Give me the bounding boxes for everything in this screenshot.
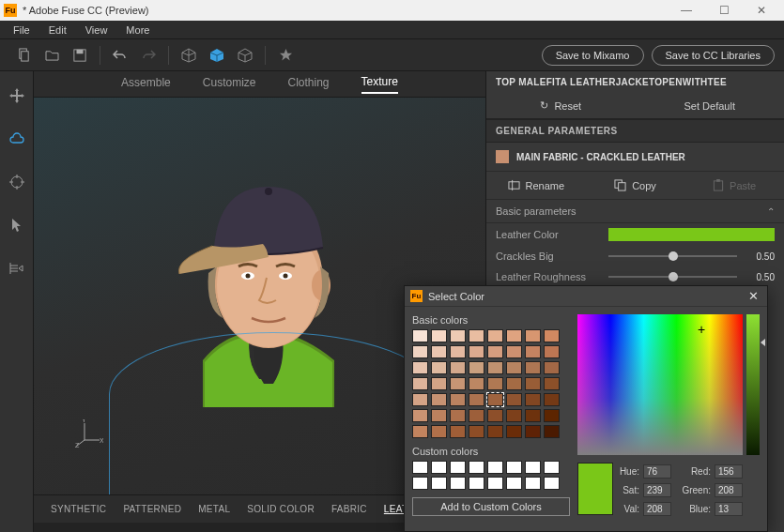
tab-texture[interactable]: Texture	[361, 75, 398, 94]
hue-sat-picker[interactable]: +	[577, 314, 743, 455]
btab-fabric[interactable]: FABRIC	[331, 504, 367, 514]
basic-swatch[interactable]	[469, 393, 484, 406]
open-icon[interactable]	[38, 41, 66, 69]
custom-swatch[interactable]	[431, 477, 447, 490]
basic-swatch[interactable]	[544, 329, 560, 342]
basic-swatch[interactable]	[506, 329, 522, 342]
menu-edit[interactable]: Edit	[39, 24, 76, 36]
hue-input[interactable]	[643, 464, 671, 479]
basic-swatch[interactable]	[525, 361, 541, 374]
basic-swatch[interactable]	[431, 345, 447, 358]
basic-swatch[interactable]	[469, 409, 484, 422]
basic-swatch[interactable]	[450, 329, 466, 342]
menu-view[interactable]: View	[76, 24, 117, 36]
custom-swatch[interactable]	[506, 477, 522, 490]
basic-swatch[interactable]	[450, 361, 466, 374]
basic-swatch[interactable]	[544, 425, 560, 438]
maximize-button[interactable]: ☐	[705, 0, 743, 21]
basic-swatch[interactable]	[431, 393, 447, 406]
basic-swatch[interactable]	[412, 329, 428, 342]
custom-swatch[interactable]	[412, 477, 428, 490]
pointer-tool-icon[interactable]	[6, 214, 28, 236]
basic-swatch[interactable]	[412, 361, 428, 374]
set-default-button[interactable]: Set Default	[636, 93, 785, 118]
crackles-slider[interactable]	[608, 255, 737, 257]
add-custom-color-button[interactable]: Add to Custom Colors	[412, 497, 570, 516]
custom-swatch[interactable]	[469, 461, 484, 474]
basic-swatch[interactable]	[544, 377, 560, 390]
basic-swatch[interactable]	[450, 393, 466, 406]
tab-assemble[interactable]: Assemble	[121, 76, 171, 93]
close-button[interactable]: ✕	[743, 0, 780, 21]
basic-swatch[interactable]	[469, 425, 484, 438]
basic-swatch[interactable]	[487, 409, 503, 422]
basic-swatch[interactable]	[487, 361, 503, 374]
val-input[interactable]	[643, 502, 671, 516]
custom-swatch[interactable]	[412, 461, 428, 474]
leather-color-swatch[interactable]	[608, 228, 775, 241]
basic-swatch[interactable]	[487, 425, 503, 438]
basic-swatch[interactable]	[487, 393, 503, 406]
basic-swatch[interactable]	[487, 329, 503, 342]
basic-swatch[interactable]	[450, 425, 466, 438]
basic-swatch[interactable]	[544, 393, 560, 406]
basic-swatch[interactable]	[506, 425, 522, 438]
basic-swatch[interactable]	[431, 425, 447, 438]
basic-swatch[interactable]	[469, 377, 484, 390]
custom-swatch[interactable]	[525, 477, 541, 490]
basic-swatch[interactable]	[506, 345, 522, 358]
basic-swatch[interactable]	[450, 345, 466, 358]
move-tool-icon[interactable]	[6, 84, 28, 107]
basic-params-header[interactable]: Basic parameters ⌃	[486, 200, 784, 223]
custom-swatch[interactable]	[544, 461, 560, 474]
value-slider[interactable]	[746, 314, 760, 455]
basic-swatch[interactable]	[412, 377, 428, 390]
basic-swatch[interactable]	[412, 425, 428, 438]
roughness-slider[interactable]	[608, 276, 737, 278]
save-cc-button[interactable]: Save to CC Libraries	[652, 45, 776, 66]
basic-swatch[interactable]	[487, 377, 503, 390]
custom-swatch[interactable]	[431, 461, 447, 474]
custom-swatch[interactable]	[469, 477, 484, 490]
minimize-button[interactable]: —	[668, 0, 705, 21]
basic-swatch[interactable]	[431, 409, 447, 422]
tab-clothing[interactable]: Clothing	[287, 76, 329, 93]
basic-swatch[interactable]	[525, 393, 541, 406]
basic-swatch[interactable]	[525, 425, 541, 438]
blue-input[interactable]	[715, 502, 743, 516]
export-tool-icon[interactable]	[6, 257, 28, 280]
redo-icon[interactable]	[134, 41, 162, 69]
basic-swatch[interactable]	[412, 409, 428, 422]
custom-swatch[interactable]	[450, 461, 466, 474]
paste-button[interactable]: Paste	[684, 172, 784, 199]
star-icon[interactable]	[271, 41, 300, 69]
custom-swatch[interactable]	[450, 477, 466, 490]
basic-swatch[interactable]	[450, 377, 466, 390]
basic-swatch[interactable]	[431, 377, 447, 390]
target-tool-icon[interactable]	[6, 171, 28, 193]
basic-swatch[interactable]	[525, 329, 541, 342]
basic-swatch[interactable]	[469, 329, 484, 342]
custom-swatch[interactable]	[506, 461, 522, 474]
basic-swatch[interactable]	[544, 361, 560, 374]
undo-icon[interactable]	[106, 41, 134, 69]
new-icon[interactable]	[9, 41, 38, 69]
rename-button[interactable]: Rename	[486, 172, 586, 199]
basic-swatch[interactable]	[506, 361, 522, 374]
basic-swatch[interactable]	[469, 345, 484, 358]
basic-swatch[interactable]	[506, 393, 522, 406]
basic-swatch[interactable]	[506, 409, 522, 422]
btab-solid-color[interactable]: SOLID COLOR	[247, 504, 315, 514]
copy-button[interactable]: Copy	[586, 172, 685, 199]
cube-wire-icon[interactable]	[231, 41, 259, 69]
red-input[interactable]	[715, 464, 743, 479]
custom-swatch[interactable]	[525, 461, 541, 474]
btab-metal[interactable]: METAL	[198, 504, 230, 514]
basic-swatch[interactable]	[469, 361, 484, 374]
basic-swatch[interactable]	[525, 345, 541, 358]
basic-swatch[interactable]	[412, 393, 428, 406]
sat-input[interactable]	[643, 483, 671, 497]
basic-swatch[interactable]	[525, 409, 541, 422]
basic-swatch[interactable]	[544, 345, 560, 358]
custom-swatch[interactable]	[487, 461, 503, 474]
